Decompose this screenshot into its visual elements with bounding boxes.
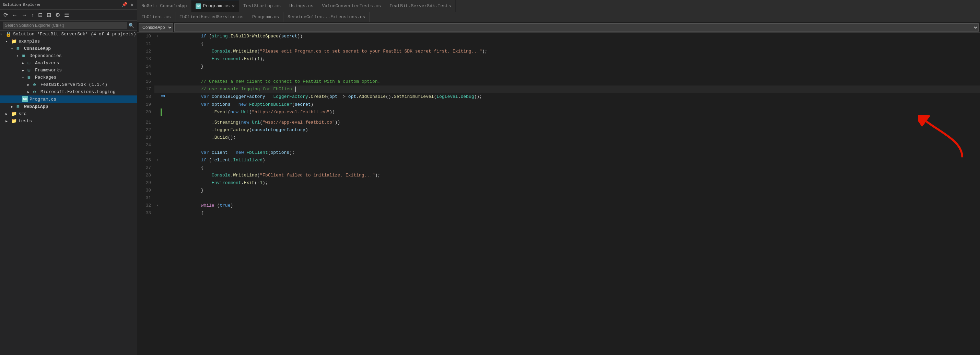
fold-16 [154, 78, 161, 86]
forward-button[interactable]: → [20, 11, 29, 19]
code-line-28[interactable]: Console.WriteLine("FbClient failed to in… [167, 172, 980, 179]
expand-arrow[interactable]: ▾ [16, 54, 22, 58]
bp-area-18: ⮕ [161, 93, 167, 101]
tab-close-button[interactable]: ✕ [232, 3, 235, 9]
expand-arrow[interactable]: ▾ [22, 76, 27, 80]
code-row-22: 22 .LoggerFactory(consoleLoggerFactory) [137, 126, 980, 134]
code-line-32[interactable]: while (true) [167, 202, 980, 209]
tab-teststartup[interactable]: TestStartup.cs [239, 0, 285, 12]
code-row-10: 10 ▾ if (string.IsNullOrWhiteSpace(secre… [137, 33, 980, 40]
up-button[interactable]: ↑ [30, 11, 35, 19]
code-line-27[interactable]: { [167, 164, 980, 172]
tab-nuget[interactable]: NuGet: ConsoleApp [137, 0, 191, 12]
code-line-10[interactable]: if (string.IsNullOrWhiteSpace(secret)) [167, 33, 980, 40]
tab-valueconverter[interactable]: ValueConverterTests.cs [318, 0, 386, 12]
code-line-15[interactable] [167, 70, 980, 78]
line-num-16: 16 [137, 78, 154, 86]
line-num-33: 33 [137, 209, 154, 217]
expand-arrow-collapsed[interactable]: ▶ [27, 90, 33, 94]
back-button[interactable]: ← [11, 11, 19, 19]
tab-program-cs[interactable]: C# Program.cs ✕ [191, 0, 239, 12]
folder-icon: 📁 [11, 118, 17, 124]
fold-18 [154, 93, 161, 101]
tab2-servicecollec[interactable]: ServiceCollec...Extensions.cs [283, 12, 369, 22]
code-line-12[interactable]: Console.WriteLine("Please edit Program.c… [167, 48, 980, 55]
solution-label: Solution 'FeatBit.ServerSdk' (4 of 4 pro… [13, 32, 136, 37]
code-line-22[interactable]: .LoggerFactory(consoleLoggerFactory) [167, 126, 980, 134]
show-all-button[interactable]: ⊞ [45, 11, 52, 19]
expand-arrow-collapsed[interactable]: ▶ [5, 119, 11, 123]
settings-button[interactable]: ⚙ [54, 11, 61, 19]
collapse-button[interactable]: ⊟ [37, 11, 44, 19]
src-label: src [19, 111, 26, 116]
code-line-33[interactable]: { [167, 209, 980, 217]
code-line-21[interactable]: .Streaming(new Uri("wss://app-eval.featb… [167, 119, 980, 126]
tab2-fbclient[interactable]: FbClient.cs [137, 12, 175, 22]
expand-arrow[interactable]: ▾ [11, 47, 16, 51]
code-line-13[interactable]: Environment.Exit(1); [167, 55, 980, 63]
code-line-23[interactable]: .Build(); [167, 134, 980, 142]
member-dropdown[interactable] [174, 23, 978, 32]
tab-featbit-tests[interactable]: FeatBit.ServerSdk.Tests [385, 0, 455, 12]
tree-item-packages[interactable]: ▾ ⊞ Packages [0, 74, 137, 81]
tree-item-solution[interactable]: ▾ 🔒 Solution 'FeatBit.ServerSdk' (4 of 4… [0, 30, 137, 38]
code-line-11[interactable]: { [167, 40, 980, 48]
expand-arrow[interactable]: ▾ [0, 32, 5, 37]
code-line-18[interactable]: var consoleLoggerFactory = LoggerFactory… [167, 93, 980, 101]
line-num-17: 17 [137, 86, 154, 93]
bp-area-14 [161, 63, 167, 70]
fold-11 [154, 40, 161, 48]
tree-item-src[interactable]: ▶ 📁 src [0, 110, 137, 118]
pin-icon[interactable]: 📌 [121, 1, 128, 8]
code-line-31[interactable] [167, 194, 980, 202]
code-line-20[interactable]: .Event(new Uri("https://app-eval.featbit… [167, 108, 980, 119]
sync-button[interactable]: ⟳ [2, 11, 9, 19]
search-input[interactable] [3, 22, 127, 29]
expand-arrow-collapsed[interactable]: ▶ [22, 61, 27, 65]
tree-item-tests[interactable]: ▶ 📁 tests [0, 118, 137, 125]
view-button[interactable]: ☰ [63, 11, 70, 19]
tab-usings[interactable]: Usings.cs [285, 0, 318, 12]
code-row-17: 17 // use console logging for FbClient [137, 86, 980, 93]
fold-10[interactable]: ▾ [154, 33, 161, 40]
expand-arrow-collapsed[interactable]: ▶ [27, 83, 33, 87]
code-row-14: 14 } [137, 63, 980, 70]
tree-item-examples[interactable]: ▾ 📁 examples [0, 38, 137, 45]
expand-arrow-collapsed[interactable]: ▶ [22, 68, 27, 72]
code-row-33: 33 { [137, 209, 980, 217]
expand-arrow[interactable]: ▾ [5, 40, 11, 44]
search-box[interactable]: 🔍 [0, 21, 137, 30]
tree-item-consoleapp[interactable]: ▾ ⊞ ConsoleApp [0, 45, 137, 52]
expand-arrow-collapsed[interactable]: ▶ [5, 112, 11, 116]
fold-26[interactable]: ▾ [154, 156, 161, 164]
code-line-25[interactable]: var client = new FbClient(options); [167, 149, 980, 156]
code-editor[interactable]: 10 ▾ if (string.IsNullOrWhiteSpace(secre… [137, 33, 980, 355]
fold-29 [154, 179, 161, 187]
tab2-fbclienthosted[interactable]: FbClientHostedService.cs [175, 12, 248, 22]
code-line-26[interactable]: if (!client.Initialized) [167, 156, 980, 164]
code-line-24[interactable] [167, 142, 980, 149]
tree-item-featbit-pkg[interactable]: ▶ ⊙ FeatBit.ServerSdk (1.1.4) [0, 81, 137, 88]
close-icon[interactable]: ✕ [130, 1, 134, 8]
tree-item-ms-logging[interactable]: ▶ ⊙ Microsoft.Extensions.Logging [0, 88, 137, 96]
tree-item-dependencies[interactable]: ▾ ⊞ Dependencies [0, 52, 137, 59]
fold-32[interactable]: ▾ [154, 202, 161, 209]
tree-item-analyzers[interactable]: ▶ ⊞ Analyzers [0, 59, 137, 67]
code-line-30[interactable]: } [167, 187, 980, 194]
tree-item-frameworks[interactable]: ▶ ⊞ Frameworks [0, 67, 137, 74]
expand-arrow-collapsed[interactable]: ▶ [11, 105, 16, 109]
code-row-21: 21 .Streaming(new Uri("wss://app-eval.fe… [137, 119, 980, 126]
tab-label-featbit-tests: FeatBit.ServerSdk.Tests [390, 3, 451, 9]
code-row-30: 30 } [137, 187, 980, 194]
code-line-14[interactable]: } [167, 63, 980, 70]
code-line-16[interactable]: // Creates a new client to connect to Fe… [167, 78, 980, 86]
code-line-17[interactable]: // use console logging for FbClient [167, 86, 980, 93]
code-line-29[interactable]: Environment.Exit(-1); [167, 179, 980, 187]
tab2-program[interactable]: Program.cs [248, 12, 283, 22]
type-dropdown[interactable]: ConsoleApp [138, 23, 173, 32]
code-line-19[interactable]: var options = new FbOptionsBuilder(secre… [167, 101, 980, 108]
package-icon: ⊙ [33, 82, 39, 88]
tree-item-webapiapp[interactable]: ▶ ⊞ WebApiApp [0, 103, 137, 110]
tree-item-program-cs[interactable]: ▶ C# Program.cs [0, 96, 137, 103]
code-row-18: 18 ⮕ var consoleLoggerFactory = LoggerFa… [137, 93, 980, 101]
